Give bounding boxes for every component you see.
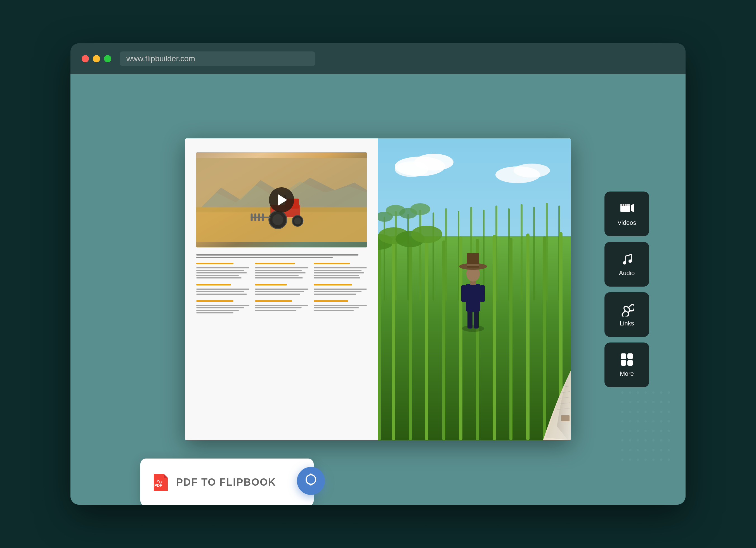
- url-text: www.flipbuilder.com: [126, 54, 195, 63]
- dot: [668, 411, 670, 413]
- pdf-badge: PDF PDF TO FLIPBOOK: [140, 459, 314, 505]
- text-col-line: [196, 307, 244, 308]
- audio-button[interactable]: Audio: [604, 242, 649, 287]
- highlight: [255, 263, 295, 264]
- dot: [629, 439, 631, 441]
- dot: [660, 439, 662, 441]
- browser-window: www.flipbuilder.com: [70, 43, 686, 505]
- svg-rect-54: [493, 235, 496, 440]
- dot: [644, 411, 647, 413]
- outer-container: www.flipbuilder.com: [22, 20, 734, 528]
- dot: [668, 430, 670, 432]
- svg-rect-41: [546, 203, 548, 301]
- dot: [621, 459, 623, 461]
- text-col-line: [314, 267, 367, 268]
- dot: [660, 420, 662, 422]
- dot: [621, 439, 623, 441]
- maximize-button[interactable]: [104, 55, 111, 62]
- text-col-line: [196, 277, 242, 278]
- svg-rect-13: [251, 214, 252, 221]
- text-col-line: [255, 310, 296, 311]
- text-col-line: [255, 291, 304, 292]
- svg-rect-51: [442, 240, 445, 440]
- svg-point-59: [462, 325, 484, 332]
- highlight: [255, 300, 292, 302]
- svg-rect-15: [258, 214, 260, 221]
- text-col-line: [314, 305, 367, 306]
- svg-rect-45: [392, 239, 395, 440]
- text-col-line: [196, 310, 239, 311]
- text-col-3: [314, 263, 367, 313]
- svg-rect-61: [474, 309, 479, 329]
- links-label: Links: [620, 320, 634, 327]
- videos-label: Videos: [618, 219, 636, 226]
- svg-rect-47: [409, 242, 412, 440]
- dot: [637, 411, 639, 413]
- dot: [637, 430, 639, 432]
- minimize-button[interactable]: [93, 55, 100, 62]
- highlight: [314, 263, 350, 264]
- text-col-line: [255, 270, 302, 271]
- highlight: [314, 284, 352, 285]
- dot: [652, 401, 655, 403]
- close-button[interactable]: [82, 55, 89, 62]
- svg-rect-40: [533, 207, 535, 301]
- address-bar[interactable]: www.flipbuilder.com: [120, 51, 315, 66]
- dot: [637, 420, 639, 422]
- text-col-line: [196, 270, 244, 271]
- dot: [637, 391, 639, 394]
- svg-rect-39: [521, 204, 523, 301]
- text-col-line: [314, 270, 362, 271]
- video-thumbnail[interactable]: [196, 152, 367, 247]
- dot: [621, 401, 623, 403]
- dot: [644, 391, 647, 394]
- text-col-line: [196, 294, 247, 295]
- dot: [621, 430, 623, 432]
- highlight: [196, 263, 233, 264]
- dot: [652, 459, 655, 461]
- dot: [629, 430, 631, 432]
- text-col-2: [255, 263, 308, 313]
- dot: [644, 430, 647, 432]
- svg-text:PDF: PDF: [154, 483, 162, 488]
- svg-rect-64: [480, 285, 485, 302]
- dot: [652, 449, 655, 451]
- convert-arrows-icon: [304, 473, 318, 489]
- dot: [621, 420, 623, 422]
- dot: [644, 449, 647, 451]
- dot: [660, 449, 662, 451]
- dot: [668, 439, 670, 441]
- dot: [621, 411, 623, 413]
- dot: [637, 449, 639, 451]
- more-label: More: [620, 370, 634, 377]
- svg-marker-78: [631, 204, 634, 212]
- convert-button[interactable]: [297, 467, 325, 495]
- text-col-line: [255, 277, 303, 278]
- dot: [621, 391, 623, 394]
- svg-point-83: [623, 261, 626, 264]
- dot: [660, 391, 662, 394]
- flipbook-container: Videos Audio: [163, 101, 593, 478]
- dot: [637, 439, 639, 441]
- play-button[interactable]: [269, 187, 294, 212]
- page-right: [378, 138, 571, 440]
- dot: [644, 401, 647, 403]
- text-col-line: [314, 294, 356, 295]
- svg-point-8: [272, 214, 283, 225]
- text-col-line: [314, 289, 367, 290]
- browser-content: Videos Audio: [70, 74, 686, 505]
- play-triangle: [278, 194, 287, 205]
- svg-point-84: [629, 259, 632, 263]
- dot: [629, 391, 631, 394]
- text-col-line: [255, 272, 306, 273]
- text-col-line: [255, 294, 300, 295]
- svg-rect-30: [419, 210, 421, 301]
- links-button[interactable]: Links: [604, 292, 649, 337]
- text-col-line: [255, 289, 308, 290]
- pdf-to-flipbook-text: PDF TO FLIPBOOK: [176, 476, 276, 488]
- more-button[interactable]: More: [604, 343, 649, 387]
- text-col-line: [314, 291, 362, 292]
- dot: [668, 420, 670, 422]
- videos-button[interactable]: Videos: [604, 192, 649, 236]
- curl-svg: [501, 370, 571, 440]
